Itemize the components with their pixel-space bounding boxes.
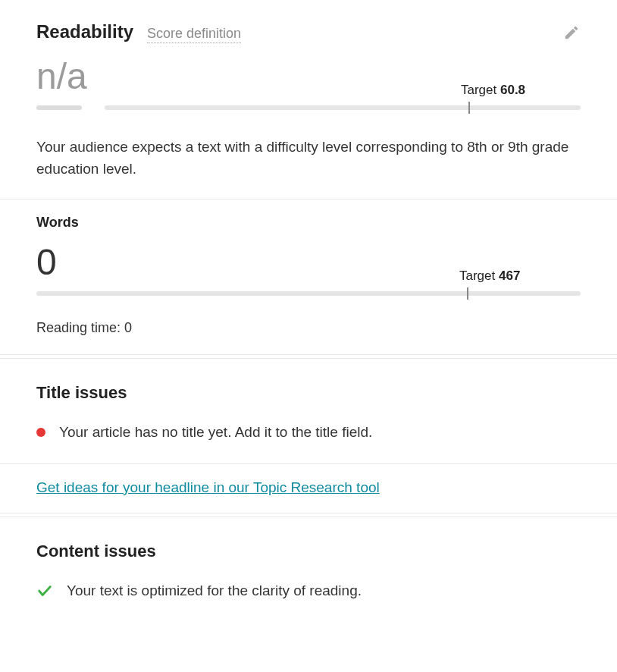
words-title: Words (36, 215, 581, 231)
edit-button[interactable] (562, 24, 581, 42)
check-icon (36, 583, 53, 599)
score-definition-link[interactable]: Score definition (147, 26, 241, 43)
content-issues-section: Content issues Your text is optimized fo… (0, 517, 617, 625)
pencil-icon (563, 24, 580, 41)
words-target: Target 467 (459, 268, 520, 284)
words-target-value: 467 (499, 268, 520, 283)
readability-title: Readability (36, 21, 133, 42)
words-bar (36, 291, 581, 296)
content-issues-heading: Content issues (36, 542, 581, 561)
title-issues-heading: Title issues (36, 383, 581, 403)
readability-target: Target 60.8 (461, 83, 525, 98)
words-target-tick (467, 287, 468, 300)
reading-time-value: 0 (124, 320, 132, 335)
error-dot-icon (36, 428, 45, 437)
title-issue-text: Your article has no title yet. Add it to… (59, 424, 372, 441)
readability-section: Readability Score definition n/a Target … (0, 0, 617, 199)
readability-header-left: Readability Score definition (36, 21, 241, 43)
readability-bar-short (36, 105, 82, 110)
reading-time-label: Reading time: (36, 320, 121, 335)
readability-bar-wrap: Target 60.8 (36, 105, 581, 116)
words-bar-wrap: Target 467 (36, 291, 581, 302)
words-target-label: Target (459, 268, 495, 283)
readability-target-tick (468, 102, 470, 114)
content-issue-row: Your text is optimized for the clarity o… (36, 583, 581, 602)
readability-target-value: 60.8 (500, 83, 525, 97)
content-issue-text: Your text is optimized for the clarity o… (67, 583, 362, 599)
readability-description: Your audience expects a text with a diff… (36, 136, 581, 181)
readability-bar (105, 105, 581, 110)
title-issue-row: Your article has no title yet. Add it to… (36, 424, 581, 444)
title-issues-link-row: Get ideas for your headline in our Topic… (0, 464, 617, 502)
reading-time: Reading time: 0 (36, 320, 581, 336)
topic-research-link[interactable]: Get ideas for your headline in our Topic… (36, 479, 380, 496)
readability-header: Readability Score definition (36, 21, 581, 43)
readability-target-label: Target (461, 83, 496, 97)
title-issues-section: Title issues Your article has no title y… (0, 359, 617, 451)
words-section: Words 0 Target 467 Reading time: 0 (0, 199, 617, 354)
